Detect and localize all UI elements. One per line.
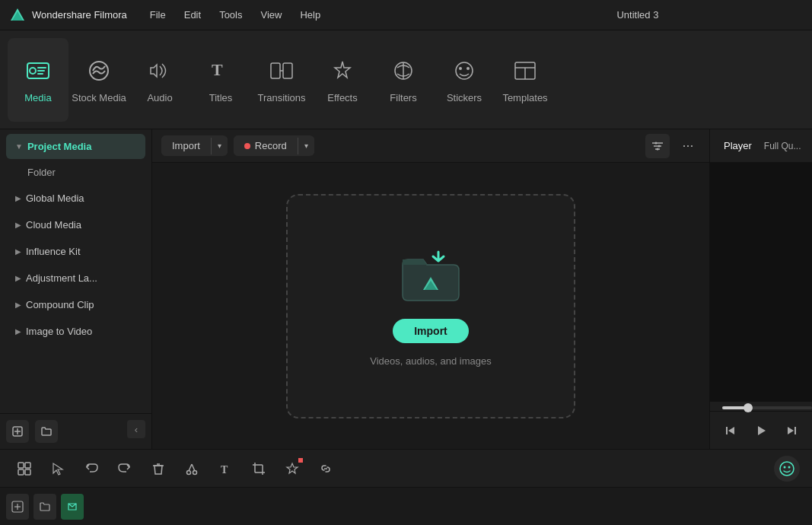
app-logo: Wondershare Filmora	[9, 7, 127, 24]
player-tab-more[interactable]: Full Qu...	[764, 141, 801, 151]
sidebar-item-global-media[interactable]: ▶ Global Media	[6, 186, 145, 211]
toolbar-label-stickers: Stickers	[447, 92, 482, 103]
toolbar-item-stickers[interactable]: Stickers	[434, 38, 495, 122]
import-button[interactable]: Import	[161, 135, 211, 156]
cut-button[interactable]	[180, 457, 204, 481]
scene-detect-button[interactable]	[12, 457, 37, 481]
toolbar-label-media: Media	[24, 92, 51, 103]
sidebar-item-adjustment-layer[interactable]: ▶ Adjustment La...	[6, 266, 145, 291]
timeline-media-button[interactable]	[61, 494, 84, 520]
undo-button[interactable]	[79, 457, 103, 481]
player-step-forward-button[interactable]	[782, 422, 801, 440]
toolbar-label-stock-media: Stock Media	[72, 92, 126, 103]
folder-illustration	[396, 246, 465, 307]
toolbar-item-filters[interactable]: Filters	[373, 38, 434, 122]
filter-button[interactable]	[645, 134, 670, 158]
text-button[interactable]: T	[213, 457, 237, 481]
sidebar-item-cloud-media[interactable]: ▶ Cloud Media	[6, 212, 145, 237]
audio-icon	[145, 56, 175, 86]
add-folder-button[interactable]	[35, 420, 58, 443]
bottom-toolbar: T	[0, 449, 812, 487]
toolbar-item-effects[interactable]: Effects	[312, 38, 373, 122]
player-step-back-button[interactable]	[721, 422, 740, 440]
toolbar-item-media[interactable]: Media	[8, 38, 68, 122]
content-area: ▼ Project Media Folder ▶ Global Media ▶ …	[0, 129, 812, 449]
toolbar-label-templates: Templates	[502, 92, 547, 103]
toolbar-item-transitions[interactable]: Transitions	[251, 38, 312, 122]
global-media-arrow: ▶	[15, 194, 21, 202]
menu-edit[interactable]: Edit	[177, 6, 209, 24]
ai-face-button[interactable]	[774, 456, 800, 482]
influence-kit-arrow: ▶	[15, 247, 21, 256]
sidebar-item-folder[interactable]: Folder	[6, 161, 145, 184]
sidebar-section-main: ▼ Project Media Folder ▶ Global Media ▶ …	[0, 129, 151, 348]
toolbar-item-titles[interactable]: T Titles	[190, 38, 251, 122]
crop-button[interactable]	[247, 457, 271, 481]
svg-rect-34	[18, 469, 24, 475]
svg-rect-6	[271, 63, 280, 78]
sidebar-item-influence-kit[interactable]: ▶ Influence Kit	[6, 239, 145, 264]
svg-marker-30	[788, 427, 794, 434]
toolbar-item-templates[interactable]: Templates	[495, 38, 556, 122]
svg-point-22	[655, 142, 658, 144]
menu-file[interactable]: File	[142, 6, 174, 24]
import-drop-box: Import Videos, audios, and images	[286, 194, 575, 418]
ai-edit-button[interactable]	[280, 457, 304, 481]
toolbar-label-transitions: Transitions	[257, 92, 305, 103]
toolbar-item-stock-media[interactable]: Stock Media	[68, 38, 129, 122]
app-logo-icon	[9, 7, 26, 24]
record-button[interactable]: Record	[234, 135, 298, 156]
menu-bar: File Edit Tools View Help	[142, 6, 473, 24]
svg-rect-31	[794, 427, 796, 434]
ai-badge	[298, 458, 303, 463]
cloud-media-arrow: ▶	[15, 221, 21, 229]
link-button[interactable]	[314, 457, 338, 481]
toolbar-label-audio: Audio	[147, 92, 172, 103]
svg-point-23	[658, 145, 661, 147]
player-progress-bar[interactable]	[722, 406, 812, 409]
toolbar-item-audio[interactable]: Audio	[129, 38, 190, 122]
record-dropdown-arrow[interactable]: ▾	[298, 137, 314, 154]
svg-point-48	[780, 462, 794, 476]
svg-point-38	[193, 470, 197, 474]
more-options-button[interactable]: ···	[676, 134, 700, 158]
toolbar-label-titles: Titles	[209, 92, 233, 103]
adjustment-arrow: ▶	[15, 274, 21, 282]
sidebar-item-project-media[interactable]: ▼ Project Media	[6, 134, 145, 159]
player-tab[interactable]: Player	[718, 137, 758, 154]
sidebar-item-image-to-video[interactable]: ▶ Image to Video	[6, 319, 145, 344]
svg-rect-32	[18, 463, 24, 468]
svg-rect-33	[25, 463, 30, 468]
sidebar-collapse-button[interactable]: ‹	[127, 420, 145, 438]
app-name: Wondershare Filmora	[32, 9, 127, 21]
titles-icon: T	[205, 56, 236, 86]
main-toolbar: Media Stock Media Audio T T	[0, 30, 812, 129]
cursor-tool-button[interactable]	[46, 457, 70, 481]
svg-point-24	[657, 148, 659, 150]
record-dot-icon	[244, 143, 250, 149]
svg-rect-42	[255, 465, 263, 473]
import-dropdown-arrow[interactable]: ▾	[212, 137, 228, 154]
delete-button[interactable]	[146, 457, 170, 481]
svg-point-12	[467, 67, 470, 70]
timeline-folder-button[interactable]	[33, 494, 56, 520]
record-button-group: Record ▾	[234, 135, 314, 156]
drop-zone-import-button[interactable]: Import	[393, 319, 469, 343]
menu-tools[interactable]: Tools	[212, 6, 250, 24]
svg-point-11	[459, 67, 462, 70]
add-media-button[interactable]	[6, 420, 29, 443]
menu-help[interactable]: Help	[292, 6, 328, 24]
player-video-area	[710, 163, 812, 402]
player-header: Player Full Qu...	[710, 129, 812, 163]
player-play-button[interactable]	[752, 422, 770, 440]
timeline-add-track-button[interactable]	[6, 494, 29, 520]
redo-button[interactable]	[113, 457, 137, 481]
window-title: Untitled 3	[473, 9, 803, 21]
svg-point-50	[788, 466, 791, 468]
menu-view[interactable]: View	[253, 6, 289, 24]
sidebar-item-compound-clip[interactable]: ▶ Compound Clip	[6, 292, 145, 317]
image-to-video-arrow: ▶	[15, 327, 21, 336]
svg-marker-29	[758, 426, 766, 435]
toolbar-label-effects: Effects	[327, 92, 358, 103]
player-progress-thumb[interactable]	[744, 403, 753, 412]
